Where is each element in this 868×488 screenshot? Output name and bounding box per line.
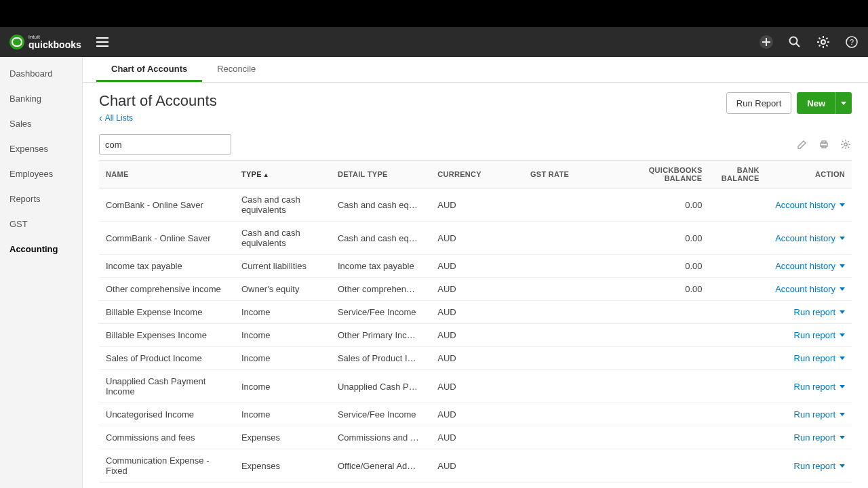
cell-currency: AUD [431,370,524,403]
cell-currency: AUD [431,255,524,278]
cell-action: Run report [766,370,852,403]
row-action-link[interactable]: Run report [794,330,845,340]
action-dropdown-icon[interactable] [840,287,845,291]
cell-type: Cash and cash equivalents [235,222,331,255]
column-header-name[interactable]: NAME [99,161,235,188]
row-action-link[interactable]: Run report [794,307,845,317]
row-action-link[interactable]: Run report [794,353,845,363]
cell-currency: AUD [431,483,524,489]
cell-qb-balance: 0.00 [616,222,709,255]
sidebar-item-reports[interactable]: Reports [0,186,82,211]
action-dropdown-icon[interactable] [840,333,845,337]
cell-detail: Service/Fee Income [331,403,431,426]
breadcrumb-all-lists[interactable]: All Lists [99,113,217,123]
svg-point-0 [790,37,797,45]
cell-action: Run report [766,324,852,347]
cell-qb-balance [616,426,709,449]
sidebar-item-expenses[interactable]: Expenses [0,136,82,161]
sidebar-item-dashboard[interactable]: Dashboard [0,61,82,86]
action-dropdown-icon[interactable] [840,357,845,360]
cell-name: Income tax payable [99,255,235,278]
cell-qb-balance: 0.00 [616,188,709,222]
action-dropdown-icon[interactable] [840,413,845,416]
cell-qb-balance: 0.00 [616,255,709,278]
cell-type: Cash and cash equivalents [235,188,331,222]
cell-type: Income [235,370,331,403]
row-action-link[interactable]: Account history [775,233,845,243]
row-action-link[interactable]: Run report [794,409,845,420]
left-sidebar: DashboardBankingSalesExpensesEmployeesRe… [0,57,83,488]
row-action-link[interactable]: Account history [775,261,845,271]
cell-name: Uncategorised Income [99,403,235,426]
help-icon[interactable]: ? [845,35,859,49]
tab-chart-of-accounts[interactable]: Chart of Accounts [96,57,202,82]
gear-icon[interactable] [816,35,830,49]
action-dropdown-icon[interactable] [840,264,845,268]
hamburger-menu-icon[interactable] [96,37,108,47]
sidebar-item-accounting[interactable]: Accounting [0,237,82,262]
row-action-link[interactable]: Account history [775,284,845,294]
new-button-dropdown[interactable] [835,92,852,114]
cell-gst [524,483,616,489]
cell-detail: Other comprehensive inc… [331,278,431,301]
cell-gst [524,403,616,426]
cell-action: Account history [766,188,852,222]
cell-gst [524,426,616,449]
cell-gst [524,324,616,347]
action-dropdown-icon[interactable] [840,237,845,240]
cell-action: Run report [766,483,852,489]
table-row: ComBank - Online SaverCash and cash equi… [99,188,852,222]
filter-search-input[interactable] [99,134,231,155]
svg-point-1 [821,40,825,44]
cell-currency: AUD [431,403,524,426]
table-settings-gear-icon[interactable] [840,138,852,150]
cell-bank-balance [709,347,766,370]
row-action-link[interactable]: Run report [794,461,845,471]
row-action-link[interactable]: Run report [794,382,845,392]
column-header-type[interactable]: TYPE▲ [235,161,331,188]
cell-name: Unapplied Cash Payment Income [99,370,235,403]
cell-detail: Service/Fee Income [331,301,431,324]
column-header-currency[interactable]: CURRENCY [431,161,524,188]
accounts-table: NAME TYPE▲ DETAIL TYPE CURRENCY GST RATE… [99,160,852,488]
column-header-detail[interactable]: DETAIL TYPE [331,161,431,188]
action-dropdown-icon[interactable] [840,203,845,207]
page-title: Chart of Accounts [99,92,217,110]
search-icon[interactable] [788,35,802,49]
edit-pencil-icon[interactable] [796,138,808,150]
cell-currency: AUD [431,188,524,222]
cell-qb-balance [616,324,709,347]
cell-name: Other comprehensive income [99,278,235,301]
cell-currency: AUD [431,449,524,483]
app-logo: intuit quickbooks [9,35,81,49]
row-action-link[interactable]: Account history [775,200,845,210]
action-dropdown-icon[interactable] [840,436,845,439]
quickbooks-logo-icon [9,35,24,49]
cell-action: Run report [766,449,852,483]
sidebar-item-employees[interactable]: Employees [0,161,82,186]
action-dropdown-icon[interactable] [840,385,845,388]
cell-bank-balance [709,449,766,483]
cell-action: Account history [766,278,852,301]
column-header-gst[interactable]: GST RATE [524,161,616,188]
cell-qb-balance [616,301,709,324]
run-report-button[interactable]: Run Report [726,92,791,114]
column-header-action[interactable]: ACTION [766,161,852,188]
row-action-link[interactable]: Run report [794,432,845,443]
sidebar-item-sales[interactable]: Sales [0,111,82,136]
cell-bank-balance [709,370,766,403]
column-header-bank-balance[interactable]: BANK BALANCE [709,161,766,188]
action-dropdown-icon[interactable] [840,464,845,468]
sidebar-item-gst[interactable]: GST [0,211,82,237]
create-icon[interactable] [760,35,773,49]
new-button[interactable]: New [797,92,835,114]
tab-reconcile[interactable]: Reconcile [202,57,271,82]
table-row: Billable Expenses IncomeIncomeOther Prim… [99,324,852,347]
print-icon[interactable] [818,138,830,150]
sidebar-item-banking[interactable]: Banking [0,86,82,111]
column-header-qb-balance[interactable]: QUICKBOOKS BALANCE [616,161,709,188]
cell-name: Commissions and fees [99,426,235,449]
cell-detail: Unapplied Cash Payment… [331,370,431,403]
table-row: Sales of Product IncomeIncomeSales of Pr… [99,347,852,370]
action-dropdown-icon[interactable] [840,310,845,314]
